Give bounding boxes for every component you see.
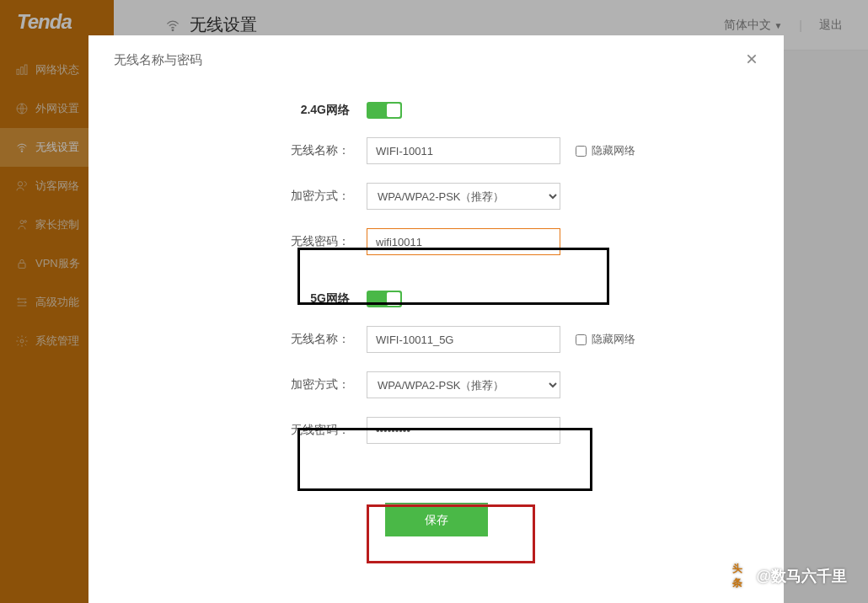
label-5g-enc: 加密方式： <box>88 377 367 392</box>
modal-header: 无线名称与密码 <box>88 35 784 85</box>
label-24g-pwd: 无线密码： <box>88 234 367 249</box>
select-5g-enc[interactable]: WPA/WPA2-PSK（推荐） <box>367 371 560 398</box>
heading-5g: 5G网络 <box>88 291 367 307</box>
input-5g-name[interactable] <box>367 326 560 353</box>
form-24g: 2.4G网络 无线名称： 隐藏网络 加密方式： WPA/WPA2-PSK（推荐）… <box>88 85 784 291</box>
modal-close-button[interactable] <box>745 52 758 68</box>
close-icon <box>745 52 758 66</box>
wireless-settings-modal: 无线名称与密码 2.4G网络 无线名称： 隐藏网络 加密方式： WPA/WPA2… <box>88 35 784 603</box>
heading-24g: 2.4G网络 <box>88 103 367 118</box>
save-button[interactable]: 保存 <box>385 503 488 536</box>
watermark: 头条 @数马六千里 <box>732 566 847 586</box>
input-24g-password[interactable] <box>367 228 560 255</box>
label-24g-name: 无线名称： <box>88 143 367 158</box>
label-5g-hide: 隐藏网络 <box>592 332 635 347</box>
label-5g-name: 无线名称： <box>88 332 367 347</box>
modal-title: 无线名称与密码 <box>114 52 758 68</box>
label-5g-pwd: 无线密码： <box>88 423 367 438</box>
watermark-icon: 头条 <box>732 567 751 585</box>
input-5g-password[interactable] <box>367 417 560 444</box>
label-24g-enc: 加密方式： <box>88 189 367 204</box>
toggle-5g[interactable] <box>367 291 402 307</box>
toggle-24g[interactable] <box>367 102 402 119</box>
checkbox-24g-hide[interactable] <box>576 146 587 157</box>
input-24g-name[interactable] <box>367 137 560 164</box>
checkbox-5g-hide[interactable] <box>576 334 587 345</box>
watermark-text: @数马六千里 <box>756 566 847 586</box>
label-24g-hide: 隐藏网络 <box>592 143 635 158</box>
form-5g: 5G网络 无线名称： 隐藏网络 加密方式： WPA/WPA2-PSK（推荐） 无… <box>88 291 784 479</box>
select-24g-enc[interactable]: WPA/WPA2-PSK（推荐） <box>367 183 560 210</box>
